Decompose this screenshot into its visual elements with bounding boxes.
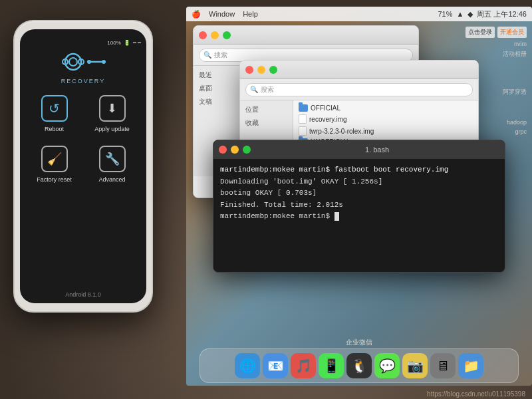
- dock-icon-music[interactable]: 🎵: [291, 353, 316, 378]
- sidebar-item-4[interactable]: 位置: [240, 103, 293, 116]
- reboot-icon: ↺: [49, 100, 60, 116]
- factory-reset-label: Factory reset: [37, 176, 72, 183]
- mac-desktop: 🍎 Window Help 71% ▲ ◆ 周五 上午12:46 🔍 搜: [186, 7, 532, 386]
- list-item[interactable]: twrp-3.2.3-0-rolex.img: [296, 125, 475, 137]
- factory-reset-icon-container: 🧹: [41, 146, 68, 172]
- dock-icon-mail[interactable]: 📧: [263, 353, 288, 378]
- finder-icon: 🌐: [239, 358, 256, 374]
- phone-status-bar: 100% 🔋 ━ ━: [25, 40, 141, 46]
- recovery-text-label: RECOVERY: [61, 78, 105, 84]
- reboot-button[interactable]: ↺ Reboot: [31, 95, 78, 132]
- search-icon-2: 🔍: [250, 86, 258, 93]
- grpc-label: grpc: [466, 128, 527, 135]
- apply-update-icon: ⬇: [107, 101, 117, 116]
- finder-toolbar-2: 🔍 搜索: [240, 79, 478, 100]
- sidebar-item-5[interactable]: 收藏: [240, 116, 293, 130]
- sidebar-item-3[interactable]: 文稿: [194, 95, 246, 108]
- folder-icon-official: [299, 104, 308, 112]
- recovery-logo-svg: [60, 49, 106, 75]
- maximize-button[interactable]: [223, 31, 231, 39]
- reboot-label: Reboot: [45, 126, 64, 132]
- folder-official: OFFICIAL: [311, 104, 340, 112]
- window-menu[interactable]: Window: [209, 10, 235, 18]
- list-item[interactable]: OFFICIAL: [296, 103, 475, 113]
- advanced-icon-container: 🔧: [99, 146, 126, 172]
- advanced-label: Advanced: [98, 176, 125, 183]
- dock-icon-penguin[interactable]: 🐧: [346, 353, 372, 378]
- finder-search-2[interactable]: 🔍 搜索: [245, 83, 473, 96]
- menubar-left: 🍎 Window Help: [192, 10, 258, 19]
- file-recovery: [299, 114, 307, 124]
- list-item[interactable]: recovery.img: [296, 113, 475, 125]
- dock-icon-folder[interactable]: 📁: [458, 353, 483, 378]
- minimize-button[interactable]: [211, 31, 219, 39]
- search-placeholder-2: 搜索: [261, 85, 274, 94]
- terminal-line-1: martindembp:mokee martin$ fastboot boot …: [220, 164, 498, 176]
- sidebar-item-1[interactable]: 最近: [194, 68, 246, 82]
- reboot-icon-container: ↺: [41, 95, 68, 122]
- top-right-labels: 点击登录 开通会员 nvim 活动相册 阿罗穿透 hadoop grpc: [466, 27, 527, 135]
- dock-icon-app[interactable]: 📱: [319, 353, 344, 378]
- svg-point-1: [69, 58, 77, 66]
- factory-reset-icon: 🧹: [47, 152, 62, 166]
- recovery-buttons-grid: ↺ Reboot ⬇ Apply update 🧹: [25, 95, 141, 183]
- terminal-maximize[interactable]: [243, 146, 251, 154]
- battery-percent: 100%: [107, 40, 120, 46]
- signal-bars: ━ ━: [133, 40, 141, 46]
- phone: 100% 🔋 ━ ━: [13, 20, 153, 313]
- finder-titlebar-1: [194, 26, 418, 45]
- apply-update-label: Apply update: [94, 126, 130, 132]
- url-bar: https://blog.csdn.net/u011195398: [427, 390, 525, 398]
- help-menu[interactable]: Help: [243, 10, 258, 18]
- folder-dock-icon: 📁: [463, 358, 479, 374]
- search-icon: 🔍: [203, 51, 211, 59]
- file-twrp-name: twrp-3.2.3-0-rolex.img: [309, 128, 374, 135]
- battery-indicator: 71%: [438, 10, 452, 18]
- terminal-title: 1. bash: [255, 146, 499, 154]
- factory-reset-button[interactable]: 🧹 Factory reset: [31, 146, 78, 183]
- terminal-content: martindembp:mokee martin$ fastboot boot …: [213, 159, 505, 228]
- vip-label[interactable]: 开通会员: [497, 27, 527, 38]
- phone-screen: 100% 🔋 ━ ━: [20, 29, 146, 303]
- terminal-close[interactable]: [219, 146, 227, 154]
- dock-icon-chat[interactable]: 💬: [374, 353, 400, 378]
- app-icon: 📱: [323, 358, 340, 374]
- terminal-line-2: Downloading 'boot.img' OKAY [ 1.256s]: [220, 176, 498, 188]
- terminal-line-4: Finished. Total time: 2.012s: [220, 200, 498, 211]
- wechat-label: 企业微信: [346, 338, 372, 347]
- login-label[interactable]: 点击登录: [466, 27, 495, 38]
- terminal-minimize[interactable]: [231, 146, 239, 154]
- terminal-line-5: martindembp:mokee martin$: [220, 211, 498, 223]
- file-recovery-name: recovery.img: [309, 116, 347, 123]
- advanced-icon: 🔧: [105, 152, 120, 166]
- close-button-2[interactable]: [245, 66, 253, 74]
- login-area: 点击登录 开通会员: [466, 27, 527, 38]
- dock-icon-monitor[interactable]: 🖥: [430, 353, 456, 378]
- maximize-button-2[interactable]: [269, 66, 277, 74]
- android-version: Android 8.1.0: [65, 283, 101, 298]
- clock: 周五 上午12:46: [477, 9, 527, 19]
- mac-menubar: 🍎 Window Help 71% ▲ ◆ 周五 上午12:46: [186, 7, 532, 21]
- recovery-logo-area: RECOVERY: [60, 49, 106, 84]
- chat-icon: 💬: [379, 358, 396, 374]
- camera-icon: 📷: [407, 358, 424, 374]
- music-icon: 🎵: [295, 358, 312, 374]
- nvim-label: nvim: [466, 41, 527, 47]
- mac-dock: 🌐 📧 🎵 📱 🐧 💬 📷 🖥: [200, 348, 519, 383]
- advanced-button[interactable]: 🔧 Advanced: [88, 146, 136, 183]
- terminal-line-3: booting OKAY [ 0.703s]: [220, 188, 498, 200]
- monitor-icon: 🖥: [436, 358, 450, 374]
- apply-update-button[interactable]: ⬇ Apply update: [88, 95, 136, 132]
- close-button[interactable]: [199, 31, 207, 39]
- sidebar-item-2[interactable]: 桌面: [194, 82, 246, 95]
- dock-icon-finder[interactable]: 🌐: [235, 353, 260, 378]
- apply-update-icon-container: ⬇: [99, 95, 126, 122]
- wifi-icon: ▲: [457, 10, 464, 18]
- tunnel-label: 阿罗穿透: [466, 88, 527, 96]
- svg-point-7: [102, 60, 106, 64]
- hadoop-label: hadoop: [466, 119, 527, 126]
- minimize-button-2[interactable]: [257, 66, 265, 74]
- apple-menu[interactable]: 🍎: [192, 10, 201, 19]
- terminal-window: 1. bash martindembp:mokee martin$ fastbo…: [213, 140, 505, 273]
- dock-icon-camera[interactable]: 📷: [402, 353, 428, 378]
